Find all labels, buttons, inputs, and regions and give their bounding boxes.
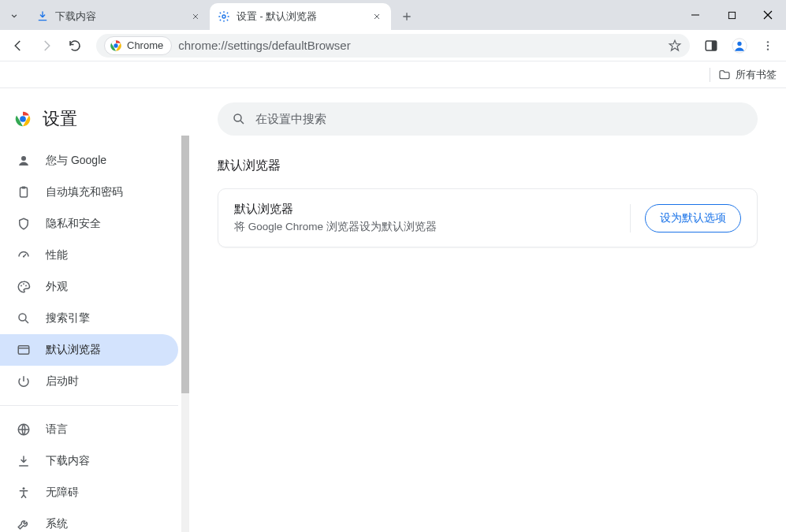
wrench-icon xyxy=(16,516,32,532)
sidebar-item-shield[interactable]: 隐私和安全 xyxy=(0,208,178,240)
new-tab-button[interactable] xyxy=(396,6,418,28)
svg-point-7 xyxy=(737,41,741,45)
gear-icon xyxy=(218,10,230,23)
sidebar-item-label: 搜索引擎 xyxy=(46,311,90,326)
settings-search-input[interactable]: 在设置中搜索 xyxy=(218,102,758,136)
chrome-logo-icon xyxy=(14,110,32,128)
sidebar-item-globe[interactable]: 语言 xyxy=(0,414,178,445)
svg-rect-21 xyxy=(18,346,29,355)
sidebar-item-download[interactable]: 下载内容 xyxy=(0,445,178,477)
tab-close-button[interactable] xyxy=(189,10,202,23)
chevron-down-icon xyxy=(9,10,20,21)
svg-point-18 xyxy=(23,283,24,285)
divider xyxy=(0,405,178,406)
close-icon xyxy=(191,12,200,21)
sidebar-item-person[interactable]: 您与 Google xyxy=(0,145,178,177)
sidebar-item-label: 默认浏览器 xyxy=(46,343,101,357)
sidebar-item-label: 性能 xyxy=(46,248,68,262)
arrow-left-icon xyxy=(11,39,25,53)
sidebar-item-accessibility[interactable]: 无障碍 xyxy=(0,477,178,508)
svg-point-0 xyxy=(222,15,225,18)
settings-search-placeholder: 在设置中搜索 xyxy=(255,112,326,127)
divider xyxy=(710,68,710,82)
svg-rect-1 xyxy=(728,12,735,18)
reload-icon xyxy=(68,39,82,53)
omnibox-url: chrome://settings/defaultBrowser xyxy=(178,39,350,52)
browser-icon xyxy=(16,342,32,358)
sidebar-item-label: 语言 xyxy=(46,422,68,437)
svg-point-24 xyxy=(234,114,241,121)
sidebar-item-label: 自动填充和密码 xyxy=(46,185,123,199)
card-subtitle: 将 Google Chrome 浏览器设为默认浏览器 xyxy=(234,220,616,234)
divider xyxy=(630,204,631,233)
svg-point-20 xyxy=(19,314,26,321)
back-button[interactable] xyxy=(5,32,32,59)
sidebar-item-wrench[interactable]: 系统 xyxy=(0,508,178,532)
svg-point-8 xyxy=(767,41,769,43)
panel-icon xyxy=(704,39,718,53)
svg-point-13 xyxy=(21,156,26,161)
chrome-logo-icon xyxy=(110,39,122,52)
sidebar-item-label: 隐私和安全 xyxy=(46,217,101,231)
all-bookmarks-label: 所有书签 xyxy=(736,68,777,82)
sidebar-item-palette[interactable]: 外观 xyxy=(0,271,178,303)
close-icon xyxy=(763,10,773,20)
tab-downloads[interactable]: 下载内容 xyxy=(28,3,210,30)
bookmark-star-button[interactable] xyxy=(668,39,682,53)
window-minimize-button[interactable] xyxy=(677,0,713,30)
window-maximize-button[interactable] xyxy=(713,0,750,30)
kebab-icon xyxy=(762,39,774,52)
all-bookmarks-button[interactable]: 所有书签 xyxy=(718,68,777,82)
make-default-button[interactable]: 设为默认选项 xyxy=(645,204,741,233)
side-panel-button[interactable] xyxy=(698,32,725,59)
sidebar-item-browser[interactable]: 默认浏览器 xyxy=(0,334,178,366)
tab-close-button[interactable] xyxy=(371,10,383,23)
clipboard-icon xyxy=(16,184,32,200)
svg-point-3 xyxy=(114,43,117,47)
site-chip-label: Chrome xyxy=(127,39,163,51)
svg-point-17 xyxy=(20,285,22,287)
site-chip[interactable]: Chrome xyxy=(104,36,172,55)
tab-title: 下载内容 xyxy=(55,10,183,24)
sidebar-item-label: 无障碍 xyxy=(46,485,79,500)
scrollbar-thumb[interactable] xyxy=(181,136,189,393)
palette-icon xyxy=(16,279,32,295)
svg-point-23 xyxy=(23,487,25,489)
window-controls xyxy=(677,0,786,30)
sidebar-item-label: 启动时 xyxy=(46,374,79,389)
settings-sidebar: 设置 您与 Google自动填充和密码隐私和安全性能外观搜索引擎默认浏览器启动时… xyxy=(0,88,189,532)
profile-button[interactable] xyxy=(726,32,753,59)
search-icon xyxy=(16,311,32,326)
settings-title: 设置 xyxy=(43,107,77,131)
search-icon xyxy=(232,112,246,126)
sidebar-item-power[interactable]: 启动时 xyxy=(0,366,178,397)
sidebar-item-speed[interactable]: 性能 xyxy=(0,240,178,271)
folder-icon xyxy=(718,69,731,81)
tab-settings[interactable]: 设置 - 默认浏览器 xyxy=(210,3,391,30)
forward-button[interactable] xyxy=(33,32,60,59)
browser-toolbar: Chrome chrome://settings/defaultBrowser xyxy=(0,30,786,61)
star-icon xyxy=(668,39,682,53)
sidebar-item-clipboard[interactable]: 自动填充和密码 xyxy=(0,177,178,208)
svg-rect-5 xyxy=(712,41,717,50)
person-icon xyxy=(16,153,32,169)
svg-rect-15 xyxy=(22,187,26,189)
sidebar-item-label: 下载内容 xyxy=(46,454,90,468)
sidebar-item-label: 系统 xyxy=(46,517,68,531)
close-icon xyxy=(372,12,382,21)
plus-icon xyxy=(400,10,413,23)
sidebar-scrollbar[interactable] xyxy=(181,136,189,532)
profile-icon xyxy=(732,38,747,54)
window-tabstrip: 下载内容 设置 - 默认浏览器 xyxy=(0,0,786,30)
power-icon xyxy=(16,374,32,389)
window-close-button[interactable] xyxy=(750,0,786,30)
download-icon xyxy=(36,10,49,23)
tab-search-button[interactable] xyxy=(0,2,28,30)
browser-menu-button[interactable] xyxy=(754,32,781,59)
maximize-icon xyxy=(728,11,736,20)
reload-button[interactable] xyxy=(61,32,88,59)
omnibox[interactable]: Chrome chrome://settings/defaultBrowser xyxy=(96,34,690,58)
sidebar-item-search[interactable]: 搜索引擎 xyxy=(0,303,178,334)
card-title: 默认浏览器 xyxy=(234,202,616,217)
accessibility-icon xyxy=(16,485,32,500)
